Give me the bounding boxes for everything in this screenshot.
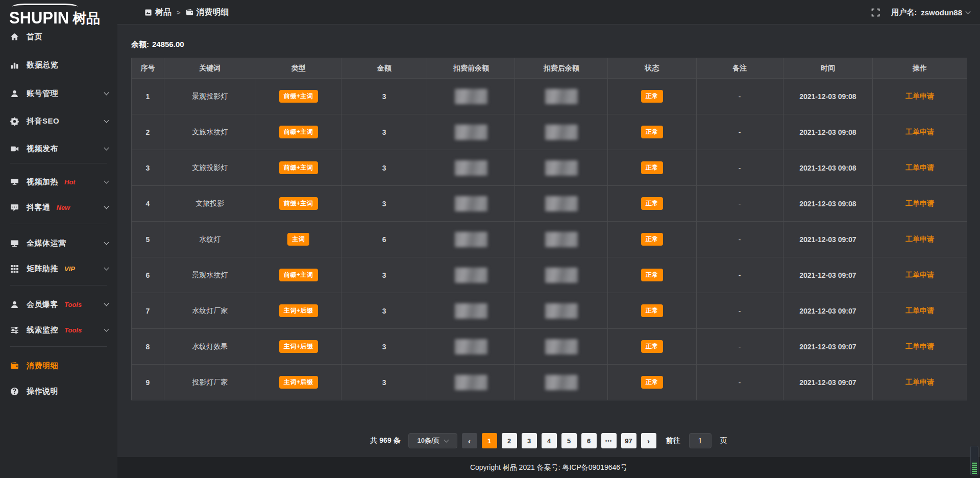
- masked-value: [455, 232, 487, 247]
- col-header-fee-before: 扣费前余额: [427, 58, 515, 79]
- cell-fee-after: [515, 365, 608, 400]
- cell-status: 正常: [608, 150, 697, 186]
- cell-type: 主词+后缀: [256, 365, 341, 400]
- logo-text-cn: 树品: [72, 11, 100, 26]
- cell-fee-before: [427, 186, 515, 222]
- page-button[interactable]: 4: [542, 433, 557, 448]
- cell-amount: 3: [341, 329, 427, 365]
- page-button[interactable]: 97: [621, 433, 636, 448]
- cell-keyword: 投影灯厂家: [164, 365, 256, 400]
- masked-value: [455, 160, 487, 176]
- cell-no: 6: [132, 257, 164, 293]
- monitor-icon: [10, 239, 19, 248]
- chevron-down-icon: [104, 326, 109, 331]
- cell-remark: -: [696, 114, 783, 150]
- sliders-icon: [10, 326, 19, 334]
- sidebar-item-douketong[interactable]: 抖客通 New: [0, 199, 117, 216]
- app-logo[interactable]: SHUPIN 树品: [9, 3, 109, 26]
- cell-action: 工单申请: [872, 365, 967, 400]
- status-badge: 正常: [641, 376, 663, 389]
- table-row: 3 文旅投影灯 前缀+主词 3 正常 - 2021-12-03 09:08 工单…: [132, 150, 967, 186]
- pagination: 共 969 条 10条/页 ‹ 123456•••97 › 前往 页: [117, 424, 980, 457]
- work-order-link[interactable]: 工单申请: [905, 378, 934, 386]
- sidebar-item-lead-monitor[interactable]: 线索监控 Tools: [0, 321, 117, 339]
- cell-time: 2021-12-03 09:08: [783, 79, 872, 114]
- balance-value: 24856.00: [152, 40, 184, 49]
- type-badge: 前缀+主词: [279, 197, 318, 210]
- masked-value: [545, 160, 578, 176]
- cell-fee-after: [515, 114, 608, 150]
- work-order-link[interactable]: 工单申请: [905, 271, 934, 279]
- status-badge: 正常: [641, 233, 663, 246]
- page-button[interactable]: 1: [482, 433, 497, 448]
- status-badge: 正常: [641, 161, 663, 174]
- fullscreen-icon[interactable]: [871, 8, 880, 17]
- sidebar-item-home[interactable]: 首页: [0, 28, 117, 45]
- col-header-status: 状态: [608, 58, 697, 79]
- work-order-link[interactable]: 工单申请: [905, 163, 934, 172]
- grid-icon: [10, 265, 19, 273]
- cell-action: 工单申请: [872, 329, 967, 365]
- chevron-down-icon: [104, 240, 109, 245]
- type-badge: 主词+后缀: [279, 340, 318, 353]
- col-header-no: 序号: [132, 58, 164, 79]
- cell-no: 7: [132, 293, 164, 329]
- bar-chart-icon: [10, 61, 19, 69]
- work-order-link[interactable]: 工单申请: [905, 235, 934, 243]
- cell-keyword: 景观水纹灯: [164, 257, 256, 293]
- type-badge: 前缀+主词: [279, 161, 318, 174]
- breadcrumb-current[interactable]: 消费明细: [186, 7, 229, 18]
- cell-amount: 3: [341, 150, 427, 186]
- sidebar: SHUPIN 树品 首页 数据总览 账号管理 抖音SEO 视频发布 视频加热 H…: [0, 0, 117, 478]
- page-button[interactable]: 5: [561, 433, 577, 448]
- sidebar-item-account[interactable]: 账号管理: [0, 85, 117, 102]
- page-button[interactable]: 3: [522, 433, 537, 448]
- type-badge: 主词+后缀: [279, 376, 318, 389]
- cell-keyword: 文旅水纹灯: [164, 114, 256, 150]
- masked-value: [545, 268, 578, 283]
- cell-remark: -: [696, 365, 783, 400]
- work-order-link[interactable]: 工单申请: [905, 199, 934, 207]
- type-badge: 前缀+主词: [279, 90, 318, 103]
- work-order-link[interactable]: 工单申请: [905, 306, 934, 315]
- cell-fee-before: [427, 114, 515, 150]
- sidebar-item-video-publish[interactable]: 视频发布: [0, 140, 117, 157]
- cell-remark: -: [696, 186, 783, 222]
- sidebar-item-matrix-boost[interactable]: 矩阵助推 VIP: [0, 260, 117, 277]
- table-header-row: 序号 关键词 类型 金额 扣费前余额 扣费后余额 状态 备注 时间 操作: [132, 58, 967, 79]
- table-row: 2 文旅水纹灯 前缀+主词 3 正常 - 2021-12-03 09:08 工单…: [132, 114, 967, 150]
- page-size-select[interactable]: 10条/页: [408, 433, 457, 448]
- sidebar-item-media-operation[interactable]: 全媒体运营: [0, 234, 117, 252]
- sidebar-item-consumption-detail[interactable]: 消费明细: [0, 357, 117, 374]
- question-icon: [10, 387, 19, 396]
- cell-no: 2: [132, 114, 164, 150]
- next-page-button[interactable]: ›: [641, 433, 656, 448]
- sidebar-item-instructions[interactable]: 操作说明: [0, 383, 117, 400]
- chevron-down-icon: [104, 117, 109, 123]
- cell-no: 5: [132, 222, 164, 257]
- user-menu[interactable]: 用户名: zswodun88: [891, 8, 970, 17]
- sidebar-item-member-burst[interactable]: 会员爆客 Tools: [0, 296, 117, 313]
- breadcrumb-current-label: 消费明细: [197, 7, 229, 18]
- sidebar-item-video-heat[interactable]: 视频加热 Hot: [0, 173, 117, 190]
- work-order-link[interactable]: 工单申请: [905, 342, 934, 350]
- page-button[interactable]: 6: [581, 433, 597, 448]
- cell-type: 前缀+主词: [256, 150, 341, 186]
- page-button[interactable]: 2: [502, 433, 517, 448]
- cell-time: 2021-12-03 09:07: [783, 257, 872, 293]
- sidebar-item-data-overview[interactable]: 数据总览: [0, 56, 117, 74]
- breadcrumb-home[interactable]: 树品: [144, 7, 172, 18]
- work-order-link[interactable]: 工单申请: [905, 128, 934, 136]
- username-value: zswodun88: [921, 8, 962, 17]
- sidebar-item-douyin-seo[interactable]: 抖音SEO: [0, 112, 117, 130]
- masked-value: [455, 339, 487, 354]
- cell-fee-before: [427, 293, 515, 329]
- cell-status: 正常: [608, 114, 697, 150]
- more-pages-button[interactable]: •••: [601, 433, 617, 448]
- breadcrumb-home-label: 树品: [155, 7, 172, 18]
- username-label: 用户名:: [891, 8, 917, 17]
- goto-page-input[interactable]: [689, 433, 712, 448]
- prev-page-button[interactable]: ‹: [462, 433, 477, 448]
- work-order-link[interactable]: 工单申请: [905, 92, 934, 100]
- hot-badge: Hot: [64, 178, 76, 186]
